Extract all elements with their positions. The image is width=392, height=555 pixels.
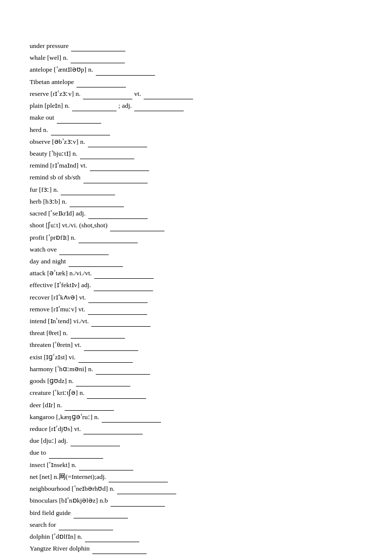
- blank-line: [71, 51, 125, 63]
- list-item: threaten [ˈθretn] vt.: [30, 339, 362, 350]
- vocab-text: remind sb of sb/sth: [30, 173, 80, 181]
- blank-line: [80, 147, 134, 159]
- list-item: exist [ɪɡˈzɪst] vi.: [30, 351, 362, 363]
- list-item: attack [əˈtæk] n./vi./vt.: [30, 267, 362, 279]
- vocab-text: plain [pleɪn] n.: [30, 102, 70, 109]
- vocab-text: kangaroo [ˌkæŋɡəˈruː] n.: [30, 413, 99, 421]
- blank-line: [51, 124, 110, 135]
- vocab-text: threaten [ˈθretn] vt.: [30, 341, 81, 348]
- list-item: Tibetan antelope: [30, 76, 362, 87]
- blank-line: [85, 530, 139, 542]
- blank-line: [70, 195, 124, 207]
- list-item: net [net] n.网(=Internet);adj.: [30, 470, 362, 482]
- vocab-text: reduce [rɪˈdjʊs] vt.: [30, 425, 81, 432]
- blank-line: [84, 339, 138, 350]
- list-item: fur [fɜː] n.: [30, 183, 362, 195]
- blank-line: [69, 255, 123, 267]
- blank-line: [77, 76, 126, 87]
- list-item: antelope [ˈæntɪləʊp] n.: [30, 63, 362, 75]
- list-item: observe [əbˈzɜːv] n.: [30, 135, 362, 147]
- vocab-text: insect [ˈɪnsekt] n.: [30, 461, 77, 469]
- vocab-text: attack [əˈtæk] n./vi./vt.: [30, 269, 92, 277]
- list-item: Yangtze River dolphin: [30, 542, 362, 554]
- vocab-text: effective [ɪˈfektɪv] adj.: [30, 281, 91, 289]
- list-item: reserve [rɪˈzɜːv] n. vt.: [30, 87, 362, 99]
- list-item: kangaroo [ˌkæŋɡəˈruː] n.: [30, 411, 362, 423]
- blank-line: [57, 111, 101, 123]
- vocab-text: harmony [ˈhɑːməni] n.: [30, 365, 93, 373]
- vocab-text: deer [dɪr] n.: [30, 401, 62, 409]
- list-item: due to: [30, 446, 362, 458]
- list-item: harmony [ˈhɑːməni] n.: [30, 363, 362, 375]
- vocab-text: dolphin [ˈdɒlfɪn] n.: [30, 533, 82, 540]
- blank-line: [83, 87, 132, 99]
- vocab-text: watch ove: [30, 246, 57, 253]
- list-item: bird field guide: [30, 507, 362, 518]
- blank-line: [74, 507, 128, 518]
- list-item: herd n.: [30, 124, 362, 135]
- list-item: effective [ɪˈfektɪv] adj.: [30, 279, 362, 291]
- blank-line: [90, 159, 149, 171]
- list-item: binoculars [bɪˈnɒkjələz] n.b: [30, 494, 362, 506]
- vocab-text: due to: [30, 449, 46, 456]
- blank-line: [59, 243, 109, 255]
- blank-line: [78, 231, 138, 243]
- vocab-text: observe [əbˈzɜːv] n.: [30, 138, 85, 145]
- blank-line: [61, 183, 115, 195]
- vocab-text: recover [rɪˈkʌvə] vt.: [30, 294, 86, 301]
- vocab-text: day and night: [30, 257, 66, 265]
- list-item: goods [ɡʊdz] n.: [30, 375, 362, 386]
- vocab-text: Yangtze River dolphin: [30, 545, 90, 552]
- list-item: remind [rɪˈmaɪnd] vt.: [30, 159, 362, 171]
- blank-line-extra: [144, 87, 193, 99]
- vocab-text: binoculars [bɪˈnɒkjələz] n.b: [30, 497, 108, 504]
- vocab-text: bird field guide: [30, 509, 71, 516]
- blank-line: [88, 303, 147, 315]
- list-item: insect [ˈɪnsekt] n.: [30, 459, 362, 470]
- list-item: search for: [30, 518, 362, 530]
- list-item: herb [hɜːb] n.: [30, 195, 362, 207]
- list-item: day and night: [30, 255, 362, 267]
- list-item: deer [dɪr] n.: [30, 399, 362, 411]
- vocab-text: due [djuː] adj.: [30, 437, 68, 444]
- list-item: due [djuː] adj.: [30, 434, 362, 446]
- blank-line: [71, 327, 125, 339]
- vocab-text: antelope [ˈæntɪləʊp] n.: [30, 66, 93, 73]
- blank-line: [87, 386, 146, 398]
- list-item: recover [rɪˈkʌvə] vt.: [30, 291, 362, 303]
- list-item: profit [ˈprɒfɪt] n.: [30, 231, 362, 243]
- blank-line: [92, 542, 147, 554]
- vocab-text: threat [θret] n.: [30, 329, 68, 337]
- list-item: make out: [30, 111, 362, 123]
- vocab-text: fur [fɜː] n.: [30, 186, 58, 193]
- blank-line: [88, 135, 147, 147]
- blank-line: [83, 171, 148, 183]
- list-item: remind sb of sb/sth: [30, 171, 362, 183]
- blank-line: [94, 267, 154, 279]
- blank-line: [71, 434, 120, 446]
- vocab-text: search for: [30, 521, 56, 528]
- blank-line: [83, 423, 143, 434]
- vocab-text: profit [ˈprɒfɪt] n.: [30, 234, 76, 241]
- vocab-text: remind [rɪˈmaɪnd] vt.: [30, 162, 87, 169]
- list-item: remove [rɪˈmuːv] vt.: [30, 303, 362, 315]
- blank-line: [109, 470, 168, 482]
- list-item: dolphin [ˈdɒlfɪn] n.: [30, 530, 362, 542]
- blank-line: [94, 279, 153, 291]
- blank-line: [96, 63, 155, 75]
- list-item: watch ove: [30, 243, 362, 255]
- blank-line-extra: [134, 99, 184, 111]
- vocab-extra: vt.: [134, 90, 141, 97]
- list-item: neighbourhood [ˈneɪbərhʊd] n.: [30, 482, 362, 494]
- blank-line: [65, 399, 114, 411]
- blank-line: [102, 411, 161, 423]
- blank-line: [76, 375, 130, 386]
- blank-line: [88, 207, 148, 219]
- vocab-text: goods [ɡʊdz] n.: [30, 377, 74, 384]
- blank-line: [59, 518, 113, 530]
- vocab-text: herb [hɜːb] n.: [30, 198, 67, 205]
- blank-line: [79, 459, 133, 470]
- vocab-text: remove [rɪˈmuːv] vt.: [30, 305, 85, 313]
- list-item: plain [pleɪn] n. ; adj.: [30, 99, 362, 111]
- vocab-text: net [net] n.网(=Internet);adj.: [30, 473, 106, 480]
